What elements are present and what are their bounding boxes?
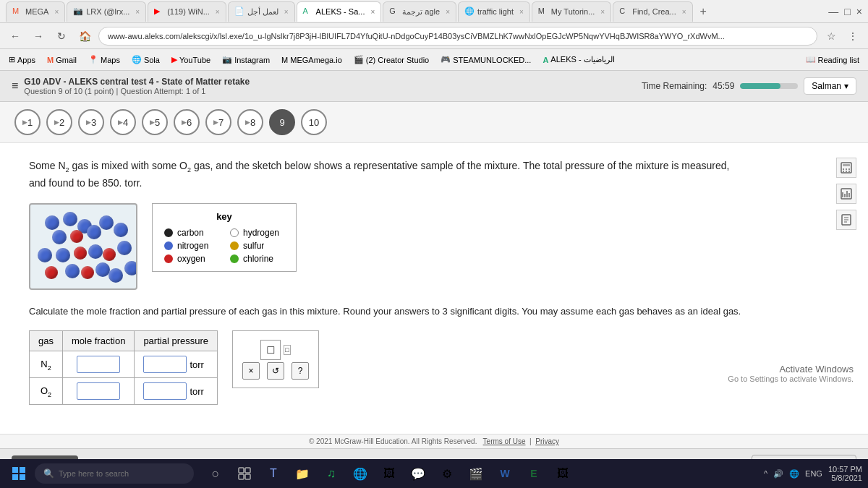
search-icon: 🔍 [43,468,54,479]
user-menu-button[interactable]: Salman ▾ [804,77,856,95]
mole-fraction-n2-input[interactable] [77,356,120,373]
bookmark-mega[interactable]: M MEGAmega.io [278,54,345,66]
graph-icon[interactable] [836,184,856,204]
partial-pressure-o2-input[interactable] [143,382,187,400]
bookmark-steam[interactable]: 🎮 STEAMUNLOCKED... [438,53,534,66]
tab-youtube-close[interactable]: × [216,8,220,16]
footer-privacy-link[interactable]: Privacy [535,437,559,445]
window-maximize[interactable]: □ [844,6,850,17]
window-minimize[interactable]: — [828,6,838,17]
taskbar-video[interactable]: 🎬 [463,461,489,487]
taskbar-excel[interactable]: E [521,461,547,487]
start-button[interactable] [6,461,32,487]
answer-display-box: □ [260,340,281,360]
tab-traffic-close[interactable]: × [519,8,524,16]
tab-aleks-close[interactable]: × [370,8,375,16]
tab-mega-close[interactable]: × [54,8,59,16]
mole-fraction-o2-input[interactable] [77,382,120,400]
tab-traffic[interactable]: 🌐 traffic light × [458,1,530,22]
taskbar-chrome[interactable]: 🌐 [347,461,373,487]
taskbar-clock[interactable]: 10:57 PM 5/8/2021 [828,465,862,482]
bookmark-star[interactable]: ☆ [822,27,841,46]
tab-lrx-close[interactable]: × [135,8,140,16]
question-btn-9[interactable]: 9 [269,109,295,135]
taskbar-settings[interactable]: ⚙ [434,461,460,487]
window-close[interactable]: × [856,6,862,17]
tab-mega[interactable]: M MEGA × [6,1,65,22]
tab-youtube[interactable]: ▶ (119) WiN... × [148,1,226,22]
tab-find-close[interactable]: × [682,8,686,16]
hydrogen-label: hydrogen [243,228,279,238]
taskbar-whatsapp[interactable]: 💬 [405,461,431,487]
tab-tutor[interactable]: M My Tutorin... × [532,1,611,22]
o2-subscript: 2 [187,166,191,174]
tab-translate[interactable]: G ترجمة agle × [383,1,456,22]
question-btn-10[interactable]: 10 [301,109,327,135]
taskbar-photos[interactable]: 🖼 [376,461,402,487]
tab-lrx[interactable]: 📷 LRX (@lrx... × [67,1,146,22]
taskbar-cortana[interactable]: ○ [203,461,229,487]
question-btn-4[interactable]: ▶4 [110,109,136,135]
back-button[interactable]: ← [6,27,25,46]
molecule [87,225,101,239]
taskbar-taskview[interactable] [231,461,258,487]
svg-rect-20 [20,474,25,480]
home-button[interactable]: 🏠 [75,27,94,46]
instagram-icon: 📷 [222,55,232,64]
taskbar-search-input[interactable] [59,469,174,478]
taskbar-teams[interactable]: T [260,461,286,487]
question-btn-2[interactable]: ▶2 [46,109,72,135]
molecule [95,262,110,277]
traffic-favicon: 🌐 [464,7,475,17]
bookmark-gmail[interactable]: M Gmail [44,54,80,66]
taskbar-pictures[interactable]: 🖼 [550,461,576,487]
key-title: key [164,211,284,222]
bookmark-maps[interactable]: 📍 Maps [85,53,123,66]
bookmark-sola[interactable]: 🌐 Sola [129,53,163,66]
bookmark-creator-label: (2) Creator Studio [366,56,429,64]
question-btn-1[interactable]: ▶1 [14,109,41,135]
question-btn-8[interactable]: ▶8 [237,109,263,135]
question-btn-5[interactable]: ▶5 [142,109,168,135]
speaker-icon[interactable]: 🔊 [773,469,783,479]
tab-find[interactable]: C Find, Crea... × [613,1,692,22]
question-btn-3[interactable]: ▶3 [78,109,104,135]
hamburger-menu[interactable]: ≡ [12,80,18,93]
answer-clear-button[interactable]: × [242,362,260,380]
svg-point-2 [843,168,844,170]
bookmark-youtube[interactable]: ▶ YouTube [169,53,213,66]
settings-button[interactable]: ⋮ [843,27,862,46]
tab-translate-close[interactable]: × [446,8,450,16]
forward-button[interactable]: → [29,27,48,46]
bookmark-creator[interactable]: 🎬 (2) Creator Studio [351,53,432,66]
reload-button[interactable]: ↻ [52,27,71,46]
taskbar-search-box[interactable]: 🔍 [35,463,194,484]
partial-pressure-n2-input[interactable] [143,356,187,373]
bookmark-aleks[interactable]: A ALEKS - الرياضيات [540,53,617,66]
calculator-icon[interactable] [836,158,856,178]
question-btn-6[interactable]: ▶6 [174,109,200,135]
new-tab-button[interactable]: + [694,5,712,18]
notepad-icon[interactable] [836,210,856,230]
answer-input-box: □ □ × ↺ ? [232,330,319,388]
address-bar[interactable] [98,27,817,46]
footer-terms-link[interactable]: Terms of Use [483,437,526,445]
bookmark-apps-label: Apps [17,56,35,64]
taskbar-chevron[interactable]: ^ [764,469,767,478]
taskbar-spotify[interactable]: ♫ [318,461,344,487]
answer-undo-button[interactable]: ↺ [267,362,284,380]
tab-arabic-close[interactable]: × [284,8,289,16]
tab-aleks[interactable]: A ALEKS - Sa... × [297,1,382,22]
key-chlorine: chlorine [230,254,284,264]
question-btn-7[interactable]: ▶7 [205,109,231,135]
taskbar-explorer[interactable]: 📁 [289,461,315,487]
tab-arabic[interactable]: 📄 لعمل أجل × [228,1,295,22]
taskbar-word[interactable]: W [492,461,518,487]
answer-help-button[interactable]: ? [292,362,309,380]
bookmark-instagram[interactable]: 📷 Instagram [219,53,273,66]
key-hydrogen: hydrogen [230,228,284,238]
bookmark-apps[interactable]: ⊞ Apps [6,53,38,66]
reading-list-button[interactable]: 📖 Reading list [803,53,862,66]
tab-tutor-close[interactable]: × [600,8,605,16]
network-icon[interactable]: 🌐 [789,469,799,479]
